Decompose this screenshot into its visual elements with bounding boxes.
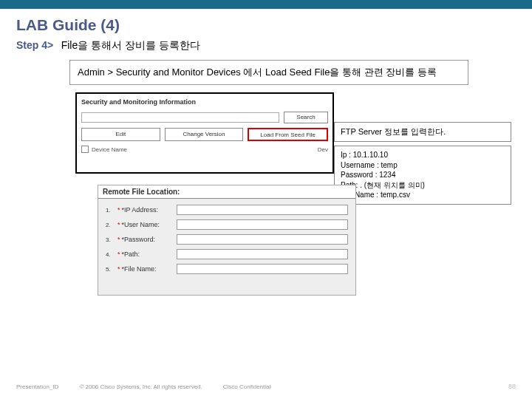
user-label: **User Name: bbox=[117, 221, 177, 228]
section-title: Security and Monitoring Information bbox=[81, 98, 328, 106]
step-text: File을 통해서 장비를 등록한다 bbox=[61, 39, 200, 51]
ftp-filename: File Name : temp.csv bbox=[341, 190, 505, 200]
step-label: Step 4> bbox=[16, 39, 53, 51]
remote-row-ip: 1. **IP Address: bbox=[106, 205, 348, 215]
search-input[interactable] bbox=[81, 112, 279, 123]
row-num: 1. bbox=[106, 207, 117, 214]
row-num: 2. bbox=[106, 222, 117, 228]
search-button[interactable]: Search bbox=[284, 112, 328, 123]
ftp-title-callout: FTP Server 정보를 입력한다. bbox=[334, 122, 511, 142]
ip-label: **IP Address: bbox=[117, 206, 177, 214]
path-label: **Path: bbox=[117, 250, 177, 258]
password-input[interactable] bbox=[177, 234, 348, 245]
info-panel: Security and Monitoring Information Sear… bbox=[75, 92, 334, 174]
device-col2: Dev bbox=[318, 146, 328, 153]
ftp-title-text: FTP Server 정보를 입력한다. bbox=[341, 127, 446, 136]
remote-row-user: 2. **User Name: bbox=[106, 219, 348, 230]
device-checkbox[interactable] bbox=[81, 146, 89, 153]
device-name-label: Device Name bbox=[92, 146, 127, 153]
page-title: LAB Guide (4) bbox=[16, 16, 516, 34]
ftp-path: Path: . (현재 위치를 의미) bbox=[341, 180, 505, 191]
edit-button[interactable]: Edit bbox=[81, 128, 160, 141]
change-version-button[interactable]: Change Version bbox=[165, 128, 244, 141]
user-input[interactable] bbox=[177, 219, 348, 230]
step-line: Step 4> File을 통해서 장비를 등록한다 bbox=[16, 38, 516, 52]
path-input[interactable] bbox=[177, 249, 348, 259]
breadcrumb: Admin > Security and Monitor Devices 에서 … bbox=[69, 60, 468, 85]
ftp-password: Password : 1234 bbox=[341, 170, 505, 180]
filename-input[interactable] bbox=[177, 264, 348, 274]
row-num: 5. bbox=[106, 266, 117, 273]
ftp-ip: Ip : 10.1.10.10 bbox=[341, 150, 505, 160]
ftp-details-callout: Ip : 10.1.10.10 Username : temp Password… bbox=[334, 146, 511, 205]
device-row: Device Name Dev bbox=[81, 146, 328, 153]
page-number: 88 bbox=[508, 383, 516, 390]
remote-row-password: 3. **Password: bbox=[106, 234, 348, 245]
ip-input[interactable] bbox=[177, 205, 348, 215]
remote-file-title: Remote File Location: bbox=[98, 185, 355, 199]
row-num: 3. bbox=[106, 236, 117, 243]
presentation-id: Presentation_ID bbox=[16, 383, 58, 390]
password-label: **Password: bbox=[117, 236, 177, 243]
copyright: © 2006 Cisco Systems, Inc. All rights re… bbox=[79, 383, 202, 390]
ftp-username: Username : temp bbox=[341, 160, 505, 171]
remote-row-path: 4. **Path: bbox=[106, 249, 348, 259]
load-from-seed-button[interactable]: Load From Seed File bbox=[248, 128, 328, 141]
button-row: Edit Change Version Load From Seed File bbox=[81, 128, 328, 141]
row-num: 4. bbox=[106, 251, 117, 258]
search-row: Search bbox=[81, 112, 328, 123]
footer: Presentation_ID © 2006 Cisco Systems, In… bbox=[0, 383, 532, 390]
remote-file-panel: Remote File Location: 1. **IP Address: 2… bbox=[98, 185, 356, 296]
main-area: Security and Monitoring Information Sear… bbox=[16, 92, 516, 321]
brand-topbar bbox=[0, 0, 532, 9]
filename-label: **File Name: bbox=[117, 265, 177, 273]
remote-row-filename: 5. **File Name: bbox=[106, 264, 348, 274]
confidential: Cisco Confidential bbox=[223, 383, 270, 390]
